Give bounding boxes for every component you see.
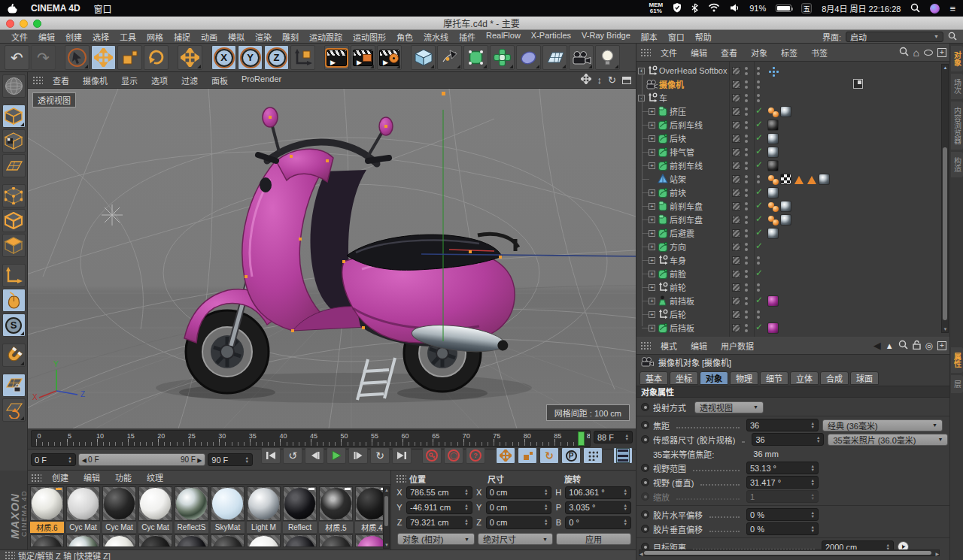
layer-color-toggle[interactable] xyxy=(732,121,740,129)
next-frame-button[interactable] xyxy=(348,447,368,464)
drag-grip-icon[interactable] xyxy=(640,341,651,350)
stepper-icon[interactable]: ▲▼ xyxy=(542,489,548,496)
enabled-check-icon[interactable]: ✓ xyxy=(755,146,763,156)
visibility-toggles[interactable] xyxy=(745,175,749,183)
stepper-icon[interactable]: ▲▼ xyxy=(809,422,815,429)
cross-tag-icon[interactable] xyxy=(767,65,779,77)
rotation-field[interactable]: 0 °▲▼ xyxy=(565,516,631,529)
attribute-field[interactable]: 0 %▲▼ xyxy=(746,508,819,521)
drag-grip-icon[interactable] xyxy=(396,474,406,483)
chrome-tag-icon[interactable] xyxy=(767,228,779,239)
attribute-dropdown[interactable]: 透视视图 xyxy=(694,401,764,413)
material-preview[interactable] xyxy=(66,486,100,521)
enabled-check-icon[interactable]: ✓ xyxy=(755,200,763,210)
siri-icon[interactable] xyxy=(930,4,940,14)
last-tool-button[interactable] xyxy=(178,45,202,70)
material-row2-8[interactable] xyxy=(319,534,353,547)
expand-toggle[interactable]: + xyxy=(649,149,655,156)
active-camera-toggle-icon[interactable] xyxy=(853,79,863,89)
menu-item-12[interactable]: 运动图形 xyxy=(348,31,391,43)
position-mode-dropdown[interactable]: 对象 (相对) xyxy=(397,533,475,545)
object-label[interactable]: 后轮 xyxy=(670,308,686,320)
enabled-toggle[interactable] xyxy=(757,256,761,265)
visibility-toggles[interactable] xyxy=(745,189,749,197)
layer-color-toggle[interactable] xyxy=(732,229,740,238)
null-object-icon[interactable] xyxy=(646,92,658,104)
visibility-toggles[interactable] xyxy=(745,148,749,156)
material-name[interactable]: 材质.6 xyxy=(30,522,64,533)
expand-toggle[interactable]: + xyxy=(649,311,655,318)
os-clock[interactable]: 8月4日 周日 22:16:28 xyxy=(822,2,901,14)
stepper-icon[interactable]: ▲▼ xyxy=(809,465,815,472)
stepper-icon[interactable]: ▲▼ xyxy=(809,493,815,501)
object-label[interactable]: 前脸 xyxy=(670,268,686,280)
object-label[interactable]: 挤压 xyxy=(670,105,686,117)
material-name[interactable]: Cyc Mat xyxy=(138,522,172,533)
material-preview[interactable] xyxy=(30,534,64,547)
lock-z-axis-button[interactable]: Z xyxy=(264,45,289,70)
material-preview[interactable] xyxy=(138,486,172,521)
layer-color-toggle[interactable] xyxy=(732,94,740,102)
panel-tab-内容浏览器[interactable]: 内容浏览器 xyxy=(951,101,963,150)
material-row2-2[interactable] xyxy=(102,534,136,547)
frame-range-slider[interactable]: ◀ 0 F 90 F ▶ xyxy=(78,453,206,466)
am-menu-1[interactable]: 编辑 xyxy=(684,340,714,352)
material-preview[interactable] xyxy=(211,486,245,521)
chrome-tag-icon[interactable] xyxy=(780,201,791,212)
play-button[interactable] xyxy=(327,447,346,464)
enabled-check-icon[interactable]: ✓ xyxy=(755,132,763,143)
object-label[interactable]: 前挡板 xyxy=(670,295,694,307)
visibility-toggles[interactable] xyxy=(745,80,749,89)
viewport-menu-1[interactable]: 摄像机 xyxy=(76,74,114,86)
position-field[interactable]: 79.321 cm▲▼ xyxy=(406,516,472,529)
purple-tag-icon[interactable] xyxy=(767,322,779,334)
material-3[interactable]: Cyc Mat xyxy=(138,486,172,533)
stepper-icon[interactable]: ▲▼ xyxy=(542,504,548,511)
object-label[interactable]: 后刹车盘 xyxy=(670,213,703,226)
history-forward-icon[interactable]: ▲ xyxy=(886,341,894,350)
volume-icon[interactable] xyxy=(730,4,740,14)
expand-toggle[interactable]: + xyxy=(649,271,655,277)
visibility-toggles[interactable] xyxy=(745,121,749,129)
enabled-check-icon[interactable]: ✓ xyxy=(755,268,763,278)
material-row2-7[interactable] xyxy=(283,534,317,547)
enabled-check-icon[interactable]: ✓ xyxy=(755,241,763,251)
om-menu-3[interactable]: 对象 xyxy=(744,47,774,59)
enabled-toggle[interactable] xyxy=(757,94,761,102)
position-field[interactable]: 786.55 cm▲▼ xyxy=(406,486,472,499)
tree-scrollbar[interactable] xyxy=(941,64,949,333)
chrome-tag-icon[interactable] xyxy=(767,147,779,158)
material-row2-3[interactable] xyxy=(138,534,172,547)
layer-color-toggle[interactable] xyxy=(732,283,740,292)
menu-item-5[interactable]: 网格 xyxy=(141,31,169,43)
attribute-field[interactable]: 31.417 °▲▼ xyxy=(746,476,819,489)
chrome-tag-icon[interactable] xyxy=(767,133,779,144)
attr-tab-立体[interactable]: 立体 xyxy=(790,371,819,385)
viewport-menu-0[interactable]: 查看 xyxy=(46,74,76,86)
rotation-field[interactable]: 3.035 °▲▼ xyxy=(565,501,631,514)
workplane-mode-button[interactable] xyxy=(2,398,26,422)
attr-tab-细节[interactable]: 细节 xyxy=(760,371,788,385)
subdivision-surface-button[interactable] xyxy=(463,45,488,70)
material-name[interactable]: ReflectS xyxy=(175,522,208,533)
layer-color-toggle[interactable] xyxy=(732,148,740,156)
magnet-snap-button[interactable] xyxy=(2,344,26,367)
keyframe-rotation-button[interactable]: ↻ xyxy=(539,447,559,464)
material-preview[interactable] xyxy=(283,534,317,547)
material-6[interactable]: Light M xyxy=(247,486,281,533)
attr-tab-物理[interactable]: 物理 xyxy=(730,371,758,385)
material-name[interactable]: 材质.5 xyxy=(319,522,353,533)
polygons-mode-button[interactable] xyxy=(2,234,26,257)
extrude-object-icon[interactable] xyxy=(657,201,668,212)
material-preview[interactable] xyxy=(138,534,172,547)
material-name[interactable]: Reflect xyxy=(283,522,317,533)
current-frame-field[interactable]: 88 F▲▼ xyxy=(594,431,633,443)
apply-button[interactable]: 应用 xyxy=(556,533,631,545)
viewport-menu-6[interactable]: ProRender xyxy=(235,74,288,86)
object-label[interactable]: 摄像机 xyxy=(659,78,684,90)
target-icon[interactable]: ◎ xyxy=(925,341,933,351)
lock-x-axis-button[interactable]: X xyxy=(211,45,236,70)
material-name[interactable]: Light M xyxy=(247,522,281,533)
visibility-toggles[interactable] xyxy=(745,67,749,75)
generators-button[interactable] xyxy=(490,45,515,70)
